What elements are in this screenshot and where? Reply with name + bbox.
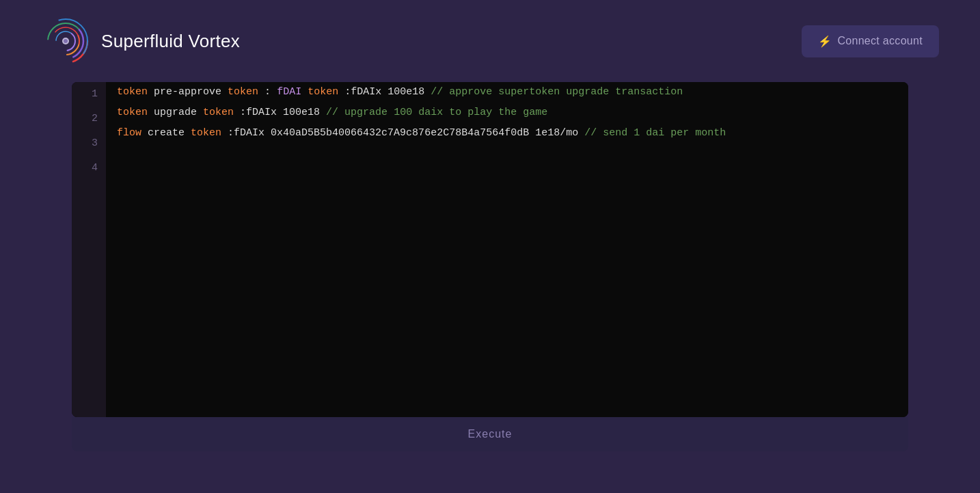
lightning-icon: ⚡: [818, 35, 832, 48]
line-number-3: 3: [72, 131, 106, 156]
app-title: Superfluid Vortex: [101, 31, 240, 52]
header: Superfluid Vortex ⚡ Connect account: [0, 0, 980, 82]
comment-3: // send 1 dai per month: [584, 127, 726, 139]
code-line-2: token upgrade token :fDAIx 100e18 // upg…: [117, 103, 897, 123]
keyword-token-5: token: [203, 107, 234, 118]
keyword-token-1: token: [117, 86, 148, 98]
connect-account-button[interactable]: ⚡ Connect account: [802, 25, 939, 57]
app-logo: [41, 16, 90, 66]
code-text-1a: pre-approve: [154, 86, 228, 98]
code-text-3a: create: [148, 127, 191, 139]
keyword-token-4: token: [117, 107, 148, 118]
line-number-2: 2: [72, 107, 106, 131]
comment-1: // approve supertoken upgrade transactio…: [431, 86, 683, 98]
code-text-1b: :fDAIx 100e18: [344, 86, 431, 98]
keyword-flow: flow: [117, 127, 141, 139]
code-text-2b: :fDAIx 100e18: [240, 107, 326, 118]
code-content[interactable]: token pre-approve token : fDAI token :fD…: [106, 82, 908, 417]
keyword-token-6: token: [191, 127, 221, 139]
line-numbers: 1 2 3 4: [72, 82, 106, 417]
execute-button[interactable]: Execute: [83, 428, 897, 440]
editor-body: 1 2 3 4 token pre-approve token : fDAI t…: [72, 82, 908, 417]
value-fdai: fDAI: [277, 86, 301, 98]
svg-point-9: [64, 39, 68, 43]
execute-bar: Execute: [72, 417, 908, 451]
comment-2: // upgrade 100 daix to play the game: [326, 107, 547, 118]
connect-button-label: Connect account: [837, 35, 923, 47]
keyword-token-2: token: [228, 86, 258, 98]
code-line-3: flow create token :fDAIx 0x40aD5B5b40066…: [117, 123, 897, 144]
code-text-3b: :fDAIx 0x40aD5B5b40066432c7A9c876e2C78B4…: [228, 127, 584, 139]
logo-area: Superfluid Vortex: [41, 16, 240, 66]
code-line-4: [117, 144, 897, 164]
code-editor[interactable]: 1 2 3 4 token pre-approve token : fDAI t…: [72, 82, 908, 417]
code-text-2a: upgrade: [154, 107, 203, 118]
line-number-4: 4: [72, 156, 106, 181]
keyword-token-3: token: [308, 86, 338, 98]
line-number-1: 1: [72, 82, 106, 107]
colon-1: :: [264, 86, 271, 98]
code-line-1: token pre-approve token : fDAI token :fD…: [117, 82, 897, 103]
